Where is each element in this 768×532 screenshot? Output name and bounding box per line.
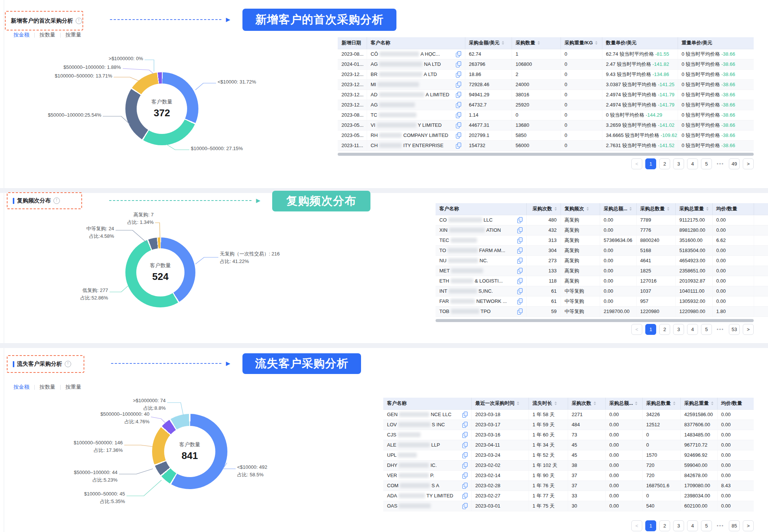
sort-icon[interactable]: [629, 207, 632, 211]
column-header[interactable]: 复购频次: [561, 203, 600, 215]
pagination-page-5[interactable]: 5: [701, 324, 712, 335]
tab-by-quantity[interactable]: 按数量: [40, 384, 55, 391]
cell: 4641: [636, 255, 675, 266]
pagination-page-53[interactable]: 53: [729, 324, 740, 335]
pagination-page-1[interactable]: 1: [645, 520, 656, 531]
sort-icon[interactable]: [555, 401, 557, 405]
sort-icon[interactable]: [635, 401, 637, 405]
sort-icon[interactable]: [667, 207, 669, 211]
sort-icon[interactable]: [594, 401, 596, 405]
copy-icon[interactable]: [462, 483, 468, 489]
redacted-text: [398, 422, 430, 427]
copy-icon[interactable]: [456, 122, 461, 128]
copy-icon[interactable]: [462, 462, 468, 468]
pagination-page-2[interactable]: 2: [659, 520, 670, 531]
copy-icon[interactable]: [517, 298, 523, 304]
copy-icon[interactable]: [517, 258, 523, 264]
pagination-page-1[interactable]: 1: [645, 324, 656, 335]
sort-icon[interactable]: [538, 41, 540, 45]
copy-icon[interactable]: [517, 268, 523, 274]
copy-icon[interactable]: [456, 61, 461, 67]
tab-by-weight[interactable]: 按重量: [66, 32, 81, 38]
column-header[interactable]: 采购数量: [512, 37, 561, 49]
sort-icon[interactable]: [595, 41, 597, 45]
column-header[interactable]: 采购总数量: [636, 203, 675, 215]
copy-icon[interactable]: [462, 473, 468, 479]
copy-icon[interactable]: [462, 422, 468, 428]
pagination-next[interactable]: >: [743, 158, 754, 169]
horizontal-scrollbar[interactable]: [338, 153, 754, 156]
customer-name-fragment: NCE LLC: [431, 412, 451, 417]
copy-icon[interactable]: [456, 71, 461, 78]
column-header[interactable]: 采购总数量: [642, 398, 680, 409]
column-header[interactable]: 流失时长: [529, 398, 568, 409]
sort-icon[interactable]: [673, 401, 675, 405]
pagination-page-3[interactable]: 3: [673, 520, 684, 531]
info-icon[interactable]: [76, 18, 82, 24]
pagination-next[interactable]: >: [743, 324, 754, 335]
copy-icon[interactable]: [517, 227, 523, 233]
info-icon[interactable]: [65, 361, 71, 367]
pagination-ellipsis[interactable]: •••: [715, 520, 726, 531]
copy-icon[interactable]: [517, 288, 523, 294]
pagination-next[interactable]: >: [743, 520, 754, 531]
copy-icon[interactable]: [462, 493, 468, 499]
copy-icon[interactable]: [517, 278, 523, 284]
donut-chart-first-purchase[interactable]: 客户数量 372: [125, 72, 198, 145]
column-header[interactable]: 采购重量/KG: [561, 37, 602, 49]
pagination-page-49[interactable]: 49: [729, 158, 740, 169]
column-header[interactable]: 采购次数: [526, 203, 561, 215]
column-header[interactable]: 采购总重量: [675, 203, 712, 215]
copy-icon[interactable]: [517, 248, 523, 254]
column-header[interactable]: 最近一次采购时间: [471, 398, 529, 409]
sort-icon[interactable]: [706, 207, 709, 211]
tab-by-amount[interactable]: 按金额: [14, 384, 29, 391]
copy-icon[interactable]: [456, 51, 461, 57]
cell: 0: [512, 110, 561, 120]
pagination-page-85[interactable]: 85: [729, 520, 740, 531]
tab-by-amount[interactable]: 按金额: [14, 32, 29, 38]
pagination-page-4[interactable]: 4: [687, 520, 698, 531]
copy-icon[interactable]: [462, 432, 468, 438]
copy-icon[interactable]: [517, 309, 523, 315]
donut-chart-repurchase[interactable]: 客户数量 524: [125, 237, 195, 307]
pagination-page-5[interactable]: 5: [701, 520, 712, 531]
pagination-page-1[interactable]: 1: [645, 158, 656, 169]
donut-chart-churned[interactable]: 客户数量 841: [152, 414, 227, 489]
column-header[interactable]: 采购总额...: [600, 203, 636, 215]
copy-icon[interactable]: [462, 442, 468, 448]
copy-icon[interactable]: [456, 82, 461, 88]
sort-icon[interactable]: [502, 41, 504, 45]
sort-icon[interactable]: [555, 207, 557, 211]
tab-by-quantity[interactable]: 按数量: [40, 32, 55, 38]
pagination-page-3[interactable]: 3: [673, 158, 684, 169]
copy-icon[interactable]: [456, 112, 461, 118]
copy-icon[interactable]: [456, 143, 461, 149]
pagination-page-4[interactable]: 4: [687, 158, 698, 169]
sort-icon[interactable]: [711, 401, 713, 405]
copy-icon[interactable]: [462, 503, 468, 509]
sort-icon[interactable]: [517, 401, 519, 405]
copy-icon[interactable]: [462, 452, 468, 458]
sort-icon[interactable]: [587, 207, 589, 211]
column-header[interactable]: 采购总重量: [680, 398, 717, 409]
pagination-ellipsis[interactable]: •••: [715, 324, 726, 335]
info-icon[interactable]: [53, 198, 60, 204]
pagination-page-5[interactable]: 5: [701, 158, 712, 169]
copy-icon[interactable]: [517, 237, 523, 243]
copy-icon[interactable]: [456, 92, 461, 98]
column-header[interactable]: 采购总额...: [605, 398, 642, 409]
copy-icon[interactable]: [462, 412, 468, 418]
pagination-ellipsis[interactable]: •••: [715, 158, 726, 169]
copy-icon[interactable]: [517, 217, 523, 223]
column-header[interactable]: 采购次数: [568, 398, 605, 409]
column-header[interactable]: 采购金额/美元: [465, 37, 512, 49]
copy-icon[interactable]: [456, 102, 461, 108]
horizontal-scrollbar[interactable]: [436, 319, 754, 322]
tab-by-weight[interactable]: 按重量: [66, 384, 81, 391]
pagination-page-4[interactable]: 4: [687, 324, 698, 335]
copy-icon[interactable]: [456, 132, 461, 138]
pagination-page-2[interactable]: 2: [659, 158, 670, 169]
pagination-page-2[interactable]: 2: [659, 324, 670, 335]
pagination-page-3[interactable]: 3: [673, 324, 684, 335]
